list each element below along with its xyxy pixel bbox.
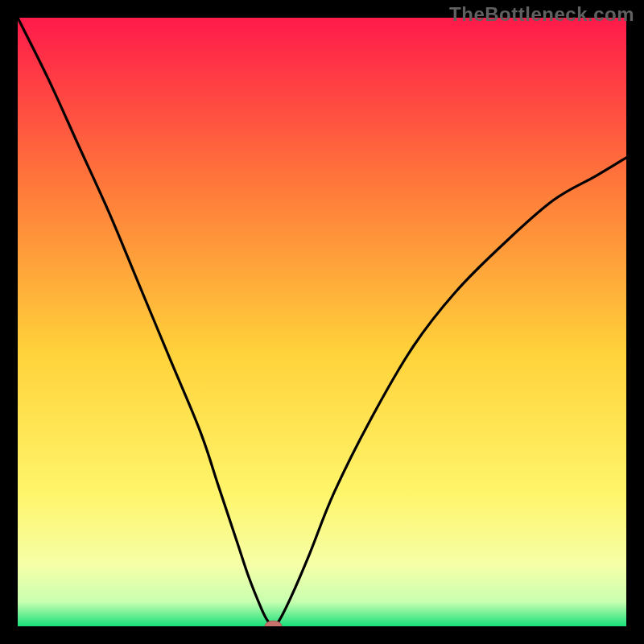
- chart-frame: TheBottleneck.com: [0, 0, 644, 644]
- gradient-background: [18, 18, 626, 626]
- bottleneck-chart: [18, 18, 626, 626]
- watermark-text: TheBottleneck.com: [449, 3, 634, 26]
- plot-area: [18, 18, 626, 626]
